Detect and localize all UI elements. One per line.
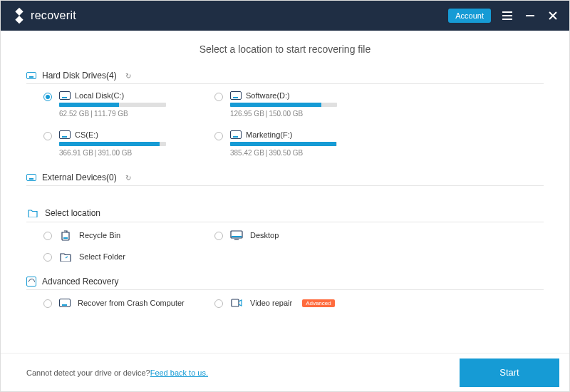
section-label: Select location (45, 208, 100, 218)
drive-icon (59, 130, 71, 139)
location-item-desktop[interactable]: Desktop (214, 229, 385, 241)
usage-bar-fill (59, 142, 160, 146)
drive-name: Marketing(F:) (246, 130, 292, 139)
usage-bar (230, 142, 337, 146)
svg-rect-0 (63, 237, 68, 239)
drive-body: CS(E:)366.91 GB|391.00 GB (59, 130, 214, 157)
radio-button[interactable] (43, 93, 52, 101)
app-window: recoverit Account Select a location to s… (0, 0, 570, 392)
folder-icon (26, 207, 39, 219)
drive-icon (230, 91, 242, 100)
brand-logo: recoverit (14, 9, 76, 22)
drive-size: 62.52 GB|111.79 GB (59, 110, 214, 118)
video-icon (230, 297, 243, 309)
feedback-link[interactable]: Feed back to us. (150, 368, 208, 377)
titlebar: recoverit Account (1, 1, 569, 31)
advanced-item-crash[interactable]: Recover from Crash Computer (43, 297, 214, 309)
location-item-folder[interactable]: Select Folder (43, 251, 214, 262)
svg-rect-2 (232, 236, 242, 237)
item-label: Recover from Crash Computer (78, 299, 185, 307)
advanced-badge: Advanced (302, 299, 335, 307)
section-label: Advanced Recovery (42, 277, 118, 287)
radio-button[interactable] (43, 132, 52, 140)
section-external-devices: External Devices(0) ↻ (26, 170, 544, 186)
folder-icon (59, 251, 72, 262)
usage-bar-fill (230, 103, 321, 107)
drive-size: 366.91 GB|391.00 GB (59, 149, 214, 157)
section-select-location: Select location (26, 205, 544, 222)
drive-size: 126.95 GB|150.00 GB (230, 110, 385, 118)
radio-button[interactable] (43, 253, 52, 262)
section-hard-disk-drives: Hard Disk Drives(4) ↻ (26, 68, 544, 84)
drive-name: CS(E:) (75, 130, 98, 139)
main-content: Select a location to start recovering fi… (1, 31, 569, 353)
section-advanced-recovery: Advanced Recovery (26, 274, 544, 290)
start-button[interactable]: Start (460, 359, 559, 387)
footer-text: Cannot detect your drive or device? (26, 368, 150, 377)
refresh-icon[interactable]: ↻ (125, 72, 131, 80)
close-icon (549, 11, 557, 20)
drive-header: Local Disk(C:) (59, 91, 214, 100)
menu-button[interactable] (501, 9, 514, 22)
drive-body: Software(D:)126.95 GB|150.00 GB (230, 91, 385, 118)
drive-item[interactable]: Software(D:)126.95 GB|150.00 GB (214, 91, 385, 118)
radio-button[interactable] (214, 132, 223, 140)
drive-item[interactable]: Marketing(F:)385.42 GB|390.50 GB (214, 130, 385, 157)
usage-bar-fill (230, 142, 336, 146)
item-label: Recycle Bin (79, 231, 120, 239)
drive-icon (59, 91, 71, 100)
location-grid: Recycle BinDesktopSelect Folder (43, 229, 544, 262)
disk-icon (26, 174, 36, 181)
advanced-item-video[interactable]: Video repair Advanced (214, 297, 385, 309)
usage-bar (59, 142, 166, 146)
radio-button[interactable] (43, 232, 52, 240)
location-item-recycle[interactable]: Recycle Bin (43, 229, 214, 241)
advanced-grid: Recover from Crash Computer Video repair… (43, 297, 544, 309)
minimize-icon (526, 15, 534, 16)
drive-grid: Local Disk(C:)62.52 GB|111.79 GBSoftware… (43, 91, 544, 157)
drive-size: 385.42 GB|390.50 GB (230, 149, 385, 157)
radio-button[interactable] (43, 299, 52, 308)
drive-header: Marketing(F:) (230, 130, 385, 139)
drive-name: Software(D:) (246, 91, 290, 100)
item-label: Select Folder (79, 252, 125, 261)
desktop-icon (230, 229, 243, 241)
radio-button[interactable] (214, 93, 223, 101)
disk-icon (26, 72, 36, 79)
brand-text: recoverit (31, 9, 76, 22)
drive-body: Local Disk(C:)62.52 GB|111.79 GB (59, 91, 214, 118)
usage-bar-fill (59, 103, 119, 107)
section-label: External Devices(0) (42, 172, 117, 182)
drive-body: Marketing(F:)385.42 GB|390.50 GB (230, 130, 385, 157)
drive-item[interactable]: Local Disk(C:)62.52 GB|111.79 GB (43, 91, 214, 118)
drive-header: Software(D:) (230, 91, 385, 100)
svg-rect-3 (232, 299, 239, 306)
wrench-icon (26, 277, 36, 287)
refresh-icon[interactable]: ↻ (125, 174, 131, 182)
drive-header: CS(E:) (59, 130, 214, 139)
logo-icon (11, 8, 28, 24)
recycle-icon (59, 229, 72, 241)
titlebar-controls: Account (448, 9, 559, 23)
radio-button[interactable] (214, 299, 223, 308)
page-heading: Select a location to start recovering fi… (26, 43, 544, 55)
radio-button[interactable] (214, 232, 223, 240)
usage-bar (59, 103, 166, 107)
item-label: Video repair (250, 299, 292, 307)
account-button[interactable]: Account (448, 9, 491, 23)
close-button[interactable] (546, 9, 559, 22)
section-label: Hard Disk Drives(4) (42, 71, 117, 81)
drive-name: Local Disk(C:) (75, 91, 124, 100)
hamburger-icon (502, 11, 512, 20)
minimize-button[interactable] (524, 9, 537, 22)
usage-bar (230, 103, 337, 107)
drive-icon (230, 130, 242, 139)
item-label: Desktop (250, 231, 279, 239)
drive-icon (59, 299, 71, 307)
drive-item[interactable]: CS(E:)366.91 GB|391.00 GB (43, 130, 214, 157)
footer: Cannot detect your drive or device? Feed… (1, 353, 569, 391)
